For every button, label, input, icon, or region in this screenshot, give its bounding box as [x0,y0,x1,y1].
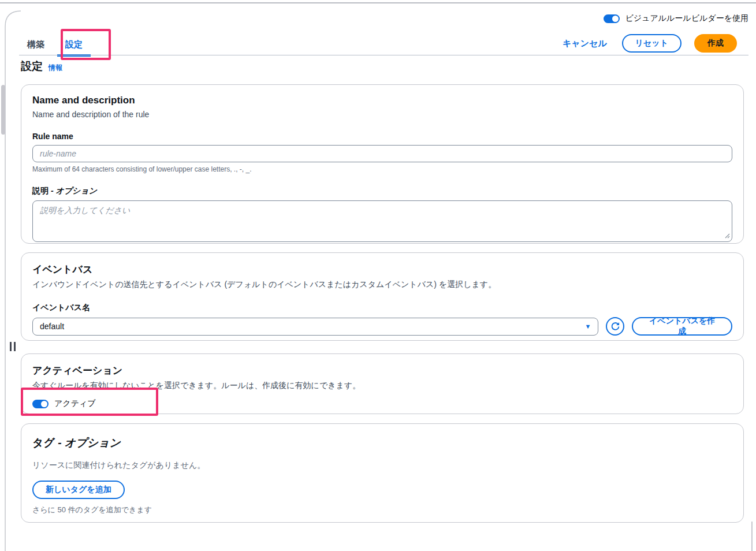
resize-handle-bar [14,342,16,351]
bottom-right-panel-edge [751,522,753,551]
tags-title-text: タグ [32,437,55,449]
page-title: 設定 [21,59,43,74]
card-title: タグ - オプション [32,435,732,451]
left-scrollbar-thumb[interactable] [1,85,5,135]
active-toggle-label: アクティブ [54,399,96,409]
description-optional-text: - オプション [49,186,97,195]
event-bus-select-row: default ▼ イベントバスを作成 [32,317,732,336]
top-divider [0,2,756,3]
page-heading: 設定 情報 [21,59,62,74]
description-label: 説明 - オプション [32,186,732,196]
event-bus-description: インバウンドイベントの送信先とするイベントバス (デフォルトのイベントバスまたは… [32,280,732,290]
caret-down-icon: ▼ [584,323,591,330]
tags-card: タグ - オプション リソースに関連付けられたタグがありません。 新しいタグを追… [21,423,744,523]
rule-name-label: Rule name [32,132,732,141]
toggle-knob [612,16,619,22]
tags-optional-text: - オプション [55,437,121,449]
card-title: アクティベーション [32,364,732,377]
resize-handle-bar [10,342,12,351]
info-link[interactable]: 情報 [49,63,62,73]
tab-build[interactable]: 構築 [19,33,53,57]
activation-toggle-row: アクティブ [32,399,732,409]
header-actions: キャンセル リセット 作成 [560,34,737,53]
card-title: Name and description [32,95,732,106]
activation-description: 今すぐルールを有効にしないことを選択できます。ルールは、作成後に有効にできます。 [32,381,732,391]
create-button[interactable]: 作成 [694,34,737,53]
create-event-bus-button[interactable]: イベントバスを作成 [632,317,732,336]
refresh-icon [610,322,620,332]
visual-builder-toggle-label: ビジュアルルールビルダーを使用 [625,13,748,24]
cancel-button[interactable]: キャンセル [560,38,609,49]
toggle-knob [41,401,47,407]
event-bus-card: イベントバス インバウンドイベントの送信先とするイベントバス (デフォルトのイベ… [21,252,744,341]
rule-name-input[interactable] [32,145,732,162]
textarea-resize-handle-icon[interactable] [725,233,730,239]
event-bus-select-label: イベントバス名 [32,303,732,313]
card-subtitle: Name and description of the rule [32,110,732,119]
event-bus-selected-value: default [40,322,64,331]
tab-bar-divider [19,55,748,55]
tags-remaining-text: さらに 50 件のタグを追加できます [32,505,732,515]
activation-card: アクティベーション 今すぐルールを有効にしないことを選択できます。ルールは、作成… [21,353,744,414]
refresh-button[interactable] [606,317,624,336]
visual-builder-toggle-row: ビジュアルルールビルダーを使用 [604,13,748,24]
reset-button[interactable]: リセット [622,34,681,53]
create-rule-settings-screen: ビジュアルルールビルダーを使用 構築 設定 キャンセル リセット 作成 設定 情… [0,0,756,551]
description-textarea[interactable] [32,200,732,242]
card-title: イベントバス [32,263,732,276]
tags-empty-description: リソースに関連付けられたタグがありません。 [32,460,732,471]
tab-settings[interactable]: 設定 [57,33,91,57]
tab-bar: 構築 設定 [19,33,95,57]
visual-builder-toggle[interactable] [604,14,620,23]
active-toggle[interactable] [32,400,49,408]
description-label-text: 説明 [32,186,49,195]
split-panel-resize-handle[interactable] [10,342,16,351]
name-description-card: Name and description Name and descriptio… [21,84,744,244]
description-textarea-wrap [32,200,732,242]
event-bus-select[interactable]: default ▼ [32,318,598,336]
rule-name-help-text: Maximum of 64 characters consisting of l… [32,165,732,173]
add-tag-button[interactable]: 新しいタグを追加 [32,481,125,499]
